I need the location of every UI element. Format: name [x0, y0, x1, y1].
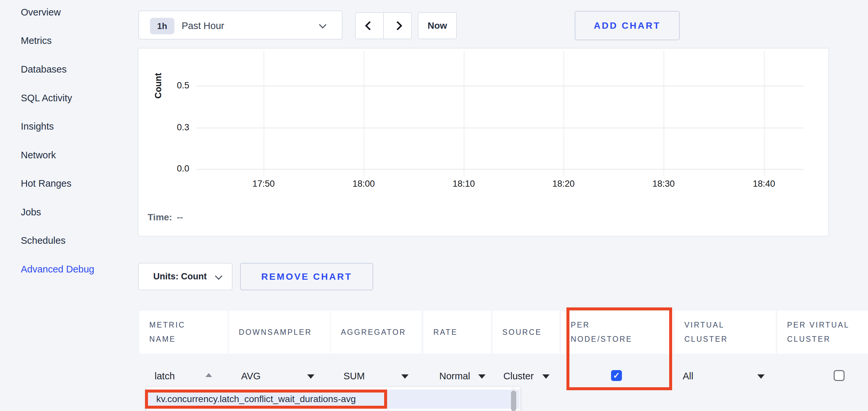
column-header-per-node-store: PER NODE/STORE [561, 311, 673, 353]
remove-chart-button[interactable]: REMOVE CHART [240, 263, 373, 290]
column-header-downsampler: DOWNSAMPLER [229, 311, 330, 353]
prev-interval-button[interactable] [356, 13, 383, 39]
metric-suggestion-text[interactable]: kv.concurrency.latch_conflict_wait_durat… [156, 394, 356, 404]
x-tick-label: 18:20 [540, 179, 587, 189]
gridline-x-1800 [364, 50, 364, 176]
rate-select[interactable]: Normal [439, 371, 470, 382]
virtual-cluster-select[interactable]: All [683, 371, 693, 382]
sidebar-item-insights[interactable]: Insights [21, 121, 54, 132]
check-icon: ✓ [613, 371, 620, 380]
sidebar-item-advanced-debug[interactable]: Advanced Debug [21, 264, 94, 275]
time-label: Time: [148, 212, 172, 222]
gridline-y-05 [196, 86, 804, 87]
per-virtual-cluster-checkbox[interactable] [834, 370, 844, 381]
sidebar-item-hot-ranges[interactable]: Hot Ranges [21, 178, 71, 189]
x-tick-label: 18:00 [341, 179, 387, 189]
now-button[interactable]: Now [418, 12, 457, 39]
dropdown-arrow-icon[interactable] [757, 374, 765, 379]
chevron-down-icon [319, 21, 327, 29]
sidebar-item-schedules[interactable]: Schedules [21, 235, 65, 246]
y-tick-label: 0.3 [158, 123, 189, 133]
column-header-source: SOURCE [492, 311, 559, 353]
chevron-right-icon [393, 21, 402, 30]
time-range-selector[interactable]: 1h Past Hour [138, 10, 342, 40]
metric-name-input[interactable]: latch [155, 371, 175, 382]
dropdown-arrow-icon[interactable] [401, 374, 409, 379]
gridline-x-1840 [764, 50, 765, 176]
time-value: -- [177, 212, 183, 222]
chart-card [138, 48, 829, 237]
units-dropdown[interactable]: Units: Count [138, 263, 232, 290]
gridline-y-03 [196, 128, 804, 128]
column-header-rate: RATE [424, 311, 491, 353]
sidebar-item-metrics[interactable]: Metrics [21, 35, 52, 46]
x-tick-label: 18:30 [641, 179, 687, 189]
column-header-per-virtual-cluster: PER VIRTUAL CLUSTER [777, 311, 868, 353]
chevron-left-icon [365, 21, 374, 30]
dropdown-arrow-icon[interactable] [307, 374, 314, 379]
downsampler-select[interactable]: AVG [241, 371, 260, 382]
y-tick-label: 0.5 [158, 80, 189, 91]
sidebar-item-network[interactable]: Network [21, 149, 56, 161]
column-header-metric-name: METRIC NAME [140, 311, 227, 353]
source-select[interactable]: Cluster [503, 371, 534, 382]
time-range-label: Past Hour [182, 21, 224, 31]
time-range-badge: 1h [150, 18, 175, 34]
sidebar-item-sql-activity[interactable]: SQL Activity [21, 92, 72, 104]
gridline-y-00 [196, 169, 804, 170]
x-tick-label: 18:10 [441, 179, 487, 189]
dropdown-arrow-icon[interactable] [542, 374, 550, 379]
column-header-aggregator: AGGREGATOR [331, 311, 422, 353]
next-interval-button[interactable] [383, 13, 411, 39]
sidebar-item-jobs[interactable]: Jobs [21, 206, 41, 218]
per-node-store-checkbox[interactable]: ✓ [611, 370, 622, 381]
time-step-buttons [355, 12, 412, 39]
chevron-down-icon [215, 272, 223, 280]
column-header-virtual-cluster: VIRTUAL CLUSTER [675, 311, 776, 353]
gridline-x-1830 [663, 50, 664, 176]
units-dropdown-label: Units: Count [153, 271, 207, 282]
hover-time-readout: Time:-- [148, 212, 183, 222]
dropdown-arrow-icon[interactable] [478, 374, 486, 379]
x-tick-label: 18:40 [741, 179, 787, 189]
gridline-x-1820 [563, 50, 564, 176]
x-tick-label: 17:50 [241, 179, 287, 189]
gridline-x-1750 [264, 50, 264, 176]
add-chart-button[interactable]: ADD CHART [575, 11, 680, 40]
sidebar-item-overview[interactable]: Overview [21, 7, 61, 18]
dropdown-open-icon[interactable] [206, 373, 212, 377]
sidebar-item-databases[interactable]: Databases [21, 64, 67, 75]
y-tick-label: 0.0 [158, 164, 189, 174]
scrollbar-thumb[interactable] [511, 390, 516, 411]
gridline-x-1810 [464, 50, 464, 176]
aggregator-select[interactable]: SUM [343, 371, 365, 382]
